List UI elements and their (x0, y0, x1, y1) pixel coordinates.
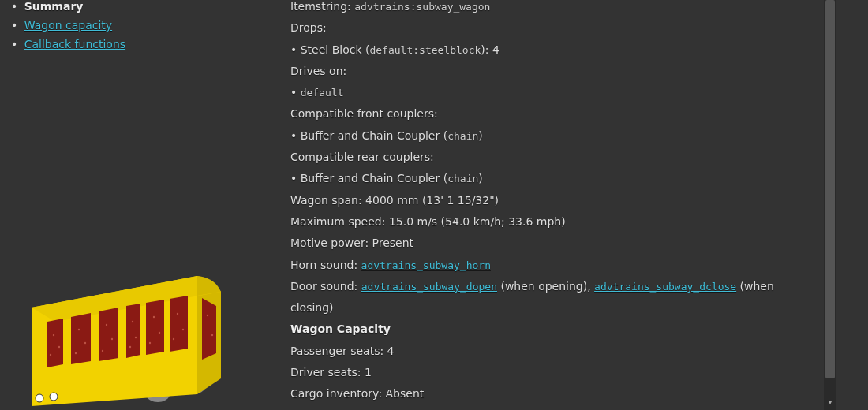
svg-point-25 (149, 342, 151, 344)
itemstring-row: Itemstring: advtrains:subway_wagon (290, 0, 811, 17)
svg-marker-5 (47, 319, 63, 367)
toc-link[interactable]: Callback functions (24, 38, 125, 50)
driver-seats: Driver seats: 1 (290, 362, 811, 383)
svg-point-26 (177, 313, 178, 315)
drops-label: Drops: (290, 17, 811, 39)
itemstring-label: Itemstring: (290, 0, 354, 13)
page-viewport: • Summary • Wagon capacity • Callback fu… (0, 0, 836, 410)
toc-label: Summary (24, 0, 84, 13)
window-right-margin (849, 0, 868, 410)
svg-marker-6 (71, 313, 91, 364)
door-open-link[interactable]: advtrains_subway_dopen (361, 281, 497, 293)
svg-point-32 (36, 394, 43, 402)
toc-link[interactable]: Wagon capacity (24, 19, 112, 32)
svg-point-23 (153, 316, 155, 318)
svg-marker-7 (99, 308, 118, 361)
svg-point-24 (159, 332, 160, 334)
door-open-suffix: (when opening), (497, 280, 594, 293)
svg-point-13 (50, 354, 51, 356)
scrollbar-down-arrow-icon[interactable]: ▾ (825, 397, 835, 407)
main-content: Itemstring: advtrains:subway_wagon Drops… (290, 0, 811, 405)
coupler-text: • Buffer and Chain Coupler ( (290, 129, 447, 142)
svg-point-11 (53, 334, 54, 336)
svg-point-17 (106, 324, 107, 326)
bullet-icon: • (11, 0, 17, 13)
drives-on-label: Drives on: (290, 61, 811, 82)
horn-sound-link[interactable]: advtrains_subway_horn (361, 259, 491, 271)
horn-sound-label: Horn sound: (290, 259, 361, 271)
svg-point-31 (211, 334, 213, 336)
door-close-link[interactable]: advtrains_subway_dclose (594, 281, 736, 293)
drop-suffix: ): 4 (481, 43, 499, 56)
wagon-capacity-heading: Wagon Capacity (290, 319, 811, 340)
svg-point-30 (207, 315, 208, 316)
rear-coupler-item: • Buffer and Chain Coupler (chain) (290, 168, 811, 189)
drop-prefix: • Steel Block ( (290, 43, 369, 56)
scrollbar-thumb[interactable] (825, 0, 835, 378)
passenger-seats: Passenger seats: 4 (290, 341, 811, 362)
svg-marker-29 (202, 298, 216, 360)
coupler-suffix: ) (478, 172, 482, 184)
coupler-text: • Buffer and Chain Coupler ( (290, 172, 447, 184)
drives-on-code: default (301, 87, 344, 99)
svg-point-18 (111, 338, 113, 340)
svg-marker-10 (170, 296, 188, 352)
svg-marker-9 (146, 300, 164, 355)
svg-point-28 (173, 338, 174, 340)
drop-code: default:steelblock (369, 44, 481, 56)
sidebar-toc: • Summary • Wagon capacity • Callback fu… (11, 0, 264, 57)
front-coupler-item: • Buffer and Chain Coupler (chain) (290, 125, 811, 147)
svg-point-33 (50, 393, 58, 401)
toc-item-callback-functions[interactable]: • Callback functions (11, 38, 264, 50)
wagon-span: Wagon span: 4000 mm (13' 1 15/32") (290, 190, 811, 211)
svg-point-12 (58, 346, 60, 348)
svg-point-15 (84, 342, 86, 344)
drops-item: • Steel Block (default:steelblock): 4 (290, 39, 811, 61)
svg-point-14 (78, 329, 80, 330)
svg-point-19 (102, 350, 103, 352)
drives-on-item: • default (290, 82, 811, 103)
front-couplers-label: Compatible front couplers: (290, 103, 811, 125)
door-sound-row: Door sound: advtrains_subway_dopen (when… (290, 276, 811, 319)
toc-item-wagon-capacity[interactable]: • Wagon capacity (11, 19, 264, 32)
motive-power: Motive power: Present (290, 233, 811, 254)
svg-point-22 (129, 346, 131, 348)
coupler-code: chain (447, 173, 478, 184)
horn-sound-row: Horn sound: advtrains_subway_horn (290, 255, 811, 276)
svg-point-16 (75, 352, 77, 354)
toc-item-summary[interactable]: • Summary (11, 0, 264, 13)
drives-on-prefix: • (290, 86, 301, 99)
coupler-code: chain (447, 130, 478, 142)
svg-point-27 (182, 329, 184, 330)
itemstring-value: advtrains:subway_wagon (354, 1, 490, 13)
bullet-icon: • (11, 19, 17, 32)
scrollbar-track[interactable]: ▾ (824, 0, 836, 410)
svg-marker-8 (126, 304, 140, 358)
svg-point-21 (135, 337, 137, 338)
wagon-illustration (16, 260, 237, 410)
cargo-inventory: Cargo inventory: Absent (290, 383, 811, 404)
bullet-icon: • (11, 38, 17, 50)
rear-couplers-label: Compatible rear couplers: (290, 147, 811, 168)
coupler-suffix: ) (478, 129, 482, 142)
max-speed: Maximum speed: 15.0 m/s (54.0 km/h; 33.6… (290, 211, 811, 233)
svg-point-20 (132, 321, 133, 322)
door-sound-label: Door sound: (290, 280, 361, 293)
